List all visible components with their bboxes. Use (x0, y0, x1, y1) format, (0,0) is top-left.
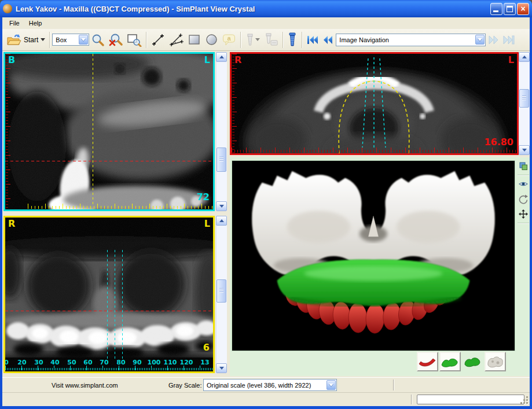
panoramic-horizontal-crosshair[interactable] (5, 311, 213, 311)
zoom-reset-button[interactable] (107, 31, 125, 49)
cross-section-scrollbar[interactable] (216, 52, 227, 211)
svg-text:a: a (228, 35, 232, 42)
measure-distance-button[interactable] (149, 31, 167, 49)
scroll-thumb[interactable] (217, 148, 226, 172)
scroll-thumb[interactable] (519, 89, 529, 108)
scroll-down-button[interactable] (519, 145, 530, 155)
zoom-button[interactable] (89, 31, 107, 49)
three-d-render[interactable] (232, 161, 515, 351)
orientation-label-l: L (508, 54, 514, 65)
toolbar-separator (49, 32, 50, 48)
draw-ellipse-button[interactable] (203, 31, 221, 49)
orientation-label-r: R (8, 218, 15, 229)
resize-grip[interactable] (521, 397, 529, 404)
implant-library-button[interactable] (262, 31, 280, 49)
menu-bar: File Help (2, 17, 530, 29)
gray-scale-value: Original scale (level 386, width 2922) (204, 382, 326, 389)
axial-image[interactable] (232, 54, 517, 153)
green-gum-icon (463, 353, 482, 370)
three-d-panel (230, 157, 530, 376)
gray-scale-select[interactable]: Original scale (level 386, width 2922) (203, 379, 337, 391)
three-d-view[interactable] (232, 160, 515, 351)
cross-section-vertical-crosshair[interactable] (93, 54, 93, 205)
main-toolbar: Start Box (2, 29, 530, 51)
cross-section-bottom-ruler-major (28, 204, 213, 209)
panoramic-crosshair-line-3[interactable] (122, 250, 123, 361)
toolbar-separator (302, 32, 302, 48)
thumbnail-gum-2[interactable] (462, 352, 483, 371)
start-button[interactable]: Start (5, 31, 47, 49)
scroll-up-button[interactable] (519, 52, 530, 62)
panoramic-crosshair-line-2[interactable] (115, 250, 115, 361)
maximize-button[interactable] (504, 3, 516, 15)
orientation-label-r: R (234, 54, 241, 65)
axial-view[interactable]: R L 16.80 (230, 52, 519, 155)
zoom-region-icon (127, 33, 142, 47)
toolbar-separator (146, 32, 146, 48)
cross-section-horizontal-crosshair[interactable] (5, 161, 213, 161)
app-logo-icon (3, 4, 12, 13)
panoramic-view[interactable]: 0 20 30 40 50 60 70 80 90 100 110 120 13… (3, 216, 215, 373)
box-select-arrow-icon[interactable] (79, 35, 88, 45)
ruler-label: 0 (4, 359, 9, 366)
gray-scale-arrow-icon[interactable] (326, 380, 336, 390)
panoramic-slice-number: 6 (203, 342, 210, 353)
zoom-region-button[interactable] (125, 31, 144, 49)
mini-separator (518, 175, 529, 175)
layers-icon (519, 161, 528, 171)
draw-rectangle-button[interactable] (186, 31, 203, 49)
ruler-label: 20 (17, 359, 26, 366)
thumbnail-bone[interactable] (485, 352, 506, 371)
image-navigation-value: Image Navigation (336, 36, 475, 43)
nav-last-button[interactable] (501, 31, 517, 49)
panoramic-crosshair-line-1[interactable] (107, 250, 108, 361)
panoramic-ruler-labels: 0 20 30 40 50 60 70 80 90 100 110 120 13 (5, 359, 213, 366)
draw-rectangle-icon (188, 33, 201, 47)
thumbnail-upper-teeth[interactable] (417, 352, 438, 371)
image-navigation-arrow-icon[interactable] (475, 35, 485, 45)
rotate-3d-button[interactable] (517, 191, 530, 207)
panoramic-image[interactable] (5, 218, 213, 371)
panoramic-scrollbar[interactable] (216, 216, 227, 373)
panoramic-bottom-ruler-major (5, 366, 213, 370)
nav-first-button[interactable] (304, 31, 321, 49)
app-window: Lenk Yakov - Maxilla ((CB)CT Compressed)… (0, 0, 532, 409)
minimize-button[interactable] (490, 3, 502, 15)
bottom-bar (2, 392, 530, 406)
menu-help[interactable]: Help (24, 19, 47, 28)
measure-angle-button[interactable] (167, 31, 186, 49)
screw-button[interactable] (285, 31, 299, 49)
close-button[interactable]: × (517, 3, 529, 15)
axial-measurement: 16.80 (484, 137, 513, 148)
cross-section-view[interactable]: B L 72 (3, 52, 215, 211)
axial-scrollbar[interactable] (519, 52, 530, 155)
thumbnail-gum-1[interactable] (439, 352, 461, 371)
nav-previous-button[interactable] (321, 31, 336, 49)
visit-link[interactable]: Visit www.simplant.com (52, 382, 118, 389)
scroll-thumb[interactable] (217, 279, 226, 303)
pan-3d-button[interactable] (517, 207, 530, 222)
zoom-icon (91, 33, 105, 47)
visibility-button[interactable] (517, 176, 530, 191)
cross-section-image[interactable] (5, 54, 213, 209)
nav-first-icon (306, 35, 319, 45)
screw-icon (287, 32, 298, 47)
annotation-button[interactable]: a (221, 31, 238, 49)
ruler-label: 80 (116, 359, 125, 366)
arrow-down-icon (219, 205, 224, 210)
title-bar[interactable]: Lenk Yakov - Maxilla ((CB)CT Compressed)… (0, 0, 532, 17)
box-select[interactable]: Box (52, 34, 89, 46)
scroll-down-button[interactable] (216, 201, 227, 211)
nav-next-button[interactable] (486, 31, 501, 49)
gray-scale-label: Gray Scale: (168, 382, 201, 389)
nav-previous-icon (322, 35, 334, 45)
implant-button[interactable] (243, 31, 262, 49)
scroll-up-button[interactable] (216, 52, 227, 62)
scroll-up-button[interactable] (216, 216, 227, 226)
view-layout-button[interactable] (517, 159, 530, 174)
orientation-label-l: L (204, 54, 210, 65)
scroll-down-button[interactable] (216, 363, 227, 373)
image-navigation-select[interactable]: Image Navigation (336, 34, 486, 46)
menu-file[interactable]: File (5, 19, 24, 28)
ruler-label: 110 (164, 359, 177, 366)
